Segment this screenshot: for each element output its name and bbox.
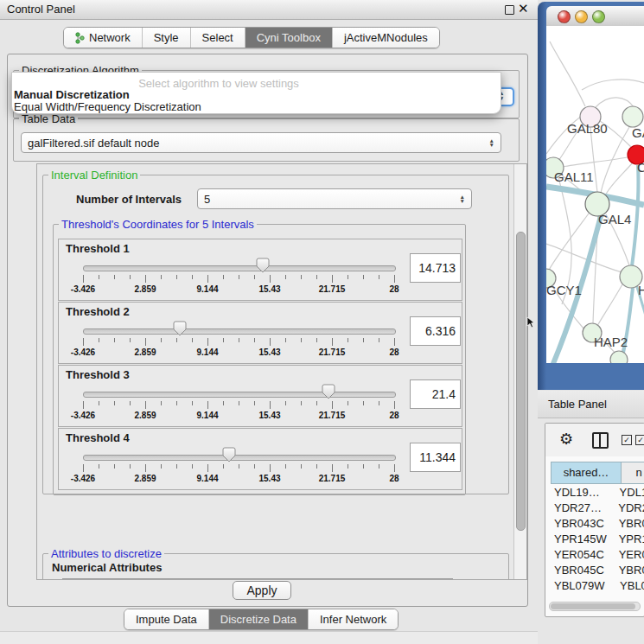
scrollbar-thumb[interactable] xyxy=(516,232,526,531)
node-label: GAL80 xyxy=(567,121,608,136)
threshold-panel-4: Threshold 4-3.4262.8599.14415.4321.71528… xyxy=(58,428,462,490)
column-header-shared-name[interactable]: shared… xyxy=(551,462,622,484)
tick-mark xyxy=(363,275,364,279)
number-of-intervals-combobox[interactable]: 5 ▲▼ xyxy=(197,188,472,209)
network-window-titlebar[interactable] xyxy=(546,6,644,27)
network-node[interactable] xyxy=(610,351,628,363)
apply-button[interactable]: Apply xyxy=(233,581,291,600)
threshold-value-field[interactable]: 14.713 xyxy=(410,253,461,283)
tick-mark xyxy=(332,401,333,409)
cell-name: YDR2 xyxy=(615,501,644,516)
vertical-scrollbar[interactable] xyxy=(513,164,526,579)
network-edge-thick[interactable] xyxy=(632,165,638,266)
tab-infer-network[interactable]: Infer Network xyxy=(308,609,398,629)
threshold-value-field[interactable]: 11.344 xyxy=(410,443,461,472)
cell-name: YBR0 xyxy=(615,516,644,532)
settings-gear-icon[interactable]: ⚙ xyxy=(559,430,573,449)
network-edge[interactable] xyxy=(550,41,585,106)
zoom-traffic-light[interactable] xyxy=(592,10,605,23)
table-row[interactable]: YDL19…YDL1 xyxy=(551,485,644,501)
threshold-label: Threshold 1 xyxy=(66,242,130,255)
tick-mark xyxy=(285,338,286,342)
table-row[interactable]: YER054CYER0 xyxy=(551,547,644,563)
tab-impute-data[interactable]: Impute Data xyxy=(124,609,208,629)
tick-label: 2.859 xyxy=(124,284,167,294)
bottom-strip xyxy=(0,631,538,644)
network-edge[interactable] xyxy=(596,98,634,108)
slider-track[interactable] xyxy=(83,455,396,461)
close-traffic-light[interactable] xyxy=(558,10,571,23)
tab-jactivemnodules[interactable]: jActiveMNodules xyxy=(332,28,439,48)
slider-handle[interactable] xyxy=(222,447,236,465)
numerical-attributes-label: Numerical Attributes xyxy=(52,561,162,574)
tab-select[interactable]: Select xyxy=(190,28,245,48)
tab-label: Style xyxy=(154,31,179,44)
threshold-value-field[interactable]: 6.316 xyxy=(410,316,461,346)
tick-mark xyxy=(176,464,177,469)
threshold-value-field[interactable]: 21.4 xyxy=(410,379,461,409)
horizontal-scrollbar[interactable] xyxy=(549,602,641,611)
split-columns-icon[interactable] xyxy=(592,432,609,449)
network-edge[interactable] xyxy=(597,284,622,326)
thresholds-group-label: Threshold's Coordinates for 5 Intervals xyxy=(59,218,257,231)
tick-mark xyxy=(348,464,348,469)
float-window-icon[interactable] xyxy=(505,5,514,15)
slider-track[interactable] xyxy=(83,328,396,335)
checked-box-icon[interactable]: ✓ xyxy=(635,435,644,445)
table-data-combobox[interactable]: galFiltered.sif default node ▲▼ xyxy=(21,132,501,153)
table-row[interactable]: YPR145WYPR1 xyxy=(551,532,644,547)
network-edge[interactable] xyxy=(582,80,644,90)
slider-track[interactable] xyxy=(83,392,396,398)
tick-mark xyxy=(363,464,364,469)
tick-label: -3.426 xyxy=(61,474,105,483)
table-data-label: Table Data xyxy=(19,112,78,125)
tick-mark xyxy=(301,464,302,469)
tab-style[interactable]: Style xyxy=(142,28,190,48)
top-tab-strip: NetworkStyleSelectCyni ToolboxjActiveMNo… xyxy=(63,27,440,48)
network-view-window[interactable]: GAL80GACGAL11GAL4GCY1HHAP2 xyxy=(538,2,644,390)
cell-name: YPR1 xyxy=(615,532,644,547)
minimize-traffic-light[interactable] xyxy=(575,10,588,23)
tick-mark xyxy=(254,401,255,405)
column-header-name[interactable]: n xyxy=(622,462,644,484)
tick-label: -3.426 xyxy=(61,348,105,357)
table-row[interactable]: YDR27…YDR2 xyxy=(551,501,644,516)
cell-name: YBL0 xyxy=(616,578,644,594)
tick-mark xyxy=(130,275,131,279)
node-label: HAP2 xyxy=(594,335,628,349)
threshold-label: Threshold 4 xyxy=(66,431,130,444)
slider-handle[interactable] xyxy=(173,321,187,339)
network-canvas[interactable]: GAL80GACGAL11GAL4GCY1HHAP2 xyxy=(546,26,644,363)
table-row[interactable]: YBR043CYBR0 xyxy=(551,516,644,532)
numerical-attributes-list[interactable]: SelfLoopsTopologicalCoefficientBetweenne… xyxy=(62,578,453,580)
tick-mark xyxy=(99,275,99,279)
popup-item-manual-discretization[interactable]: Manual Discretization xyxy=(14,88,130,101)
tab-network[interactable]: Network xyxy=(64,28,142,48)
close-icon[interactable]: ✕ xyxy=(518,1,529,16)
cell-name: YDL1 xyxy=(616,485,644,501)
network-edge[interactable] xyxy=(601,127,629,193)
table-panel: ⚙ ✓ ✓ shared…n YDL19…YDL1YDR27…YDR2YBR04… xyxy=(545,423,644,617)
table-row[interactable]: YBL079WYBL0 xyxy=(551,578,644,594)
table-row[interactable]: YBR045CYBR0 xyxy=(551,563,644,578)
attributes-group-label: Attributes to discretize xyxy=(48,547,164,560)
network-node[interactable] xyxy=(622,106,643,127)
network-edge[interactable] xyxy=(563,157,628,167)
tab-cyni-toolbox[interactable]: Cyni Toolbox xyxy=(245,28,332,48)
tick-mark xyxy=(348,401,348,405)
tick-mark xyxy=(301,338,302,342)
tick-label: -3.426 xyxy=(61,284,105,294)
table-toolbar: ⚙ ✓ ✓ xyxy=(545,424,644,456)
tick-mark xyxy=(316,275,317,279)
tick-mark xyxy=(145,464,146,472)
cell-name: YER0 xyxy=(615,547,644,563)
slider-track[interactable] xyxy=(83,265,396,271)
checked-box-icon[interactable]: ✓ xyxy=(622,435,632,445)
number-of-intervals-value: 5 xyxy=(204,193,210,206)
slider-handle[interactable] xyxy=(322,384,335,402)
popup-item-equal-width-frequency[interactable]: Equal Width/Frequency Discretization xyxy=(14,100,201,113)
tick-mark xyxy=(192,401,193,405)
tick-label: 15.43 xyxy=(248,474,291,483)
tab-discretize-data[interactable]: Discretize Data xyxy=(208,609,308,629)
slider-handle[interactable] xyxy=(256,258,270,276)
